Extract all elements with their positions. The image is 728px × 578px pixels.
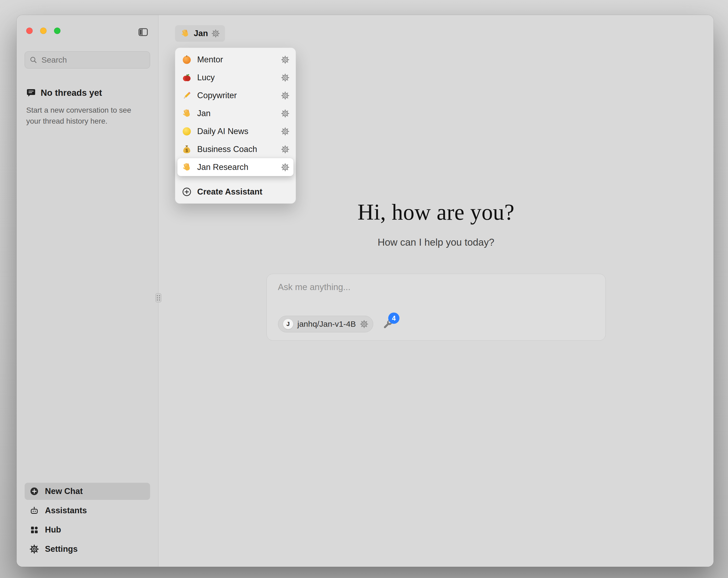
welcome-area: Hi, how are you? How can I help you toda… — [158, 199, 713, 341]
hub-icon — [29, 525, 39, 535]
titlebar — [25, 15, 150, 47]
assistant-settings-icon[interactable] — [281, 56, 289, 64]
sidebar-item-settings[interactable]: Settings — [25, 541, 150, 558]
minimize-button[interactable] — [40, 28, 47, 34]
menu-item-jan[interactable]: Jan — [177, 104, 293, 122]
menu-item-label: Daily AI News — [197, 127, 248, 136]
nav-item-label: New Chat — [45, 486, 83, 496]
sidebar-resize-handle[interactable] — [155, 293, 161, 302]
assistant-settings-icon[interactable] — [281, 92, 289, 100]
wave-hand-icon — [180, 29, 190, 38]
wave-hand-icon — [182, 108, 192, 119]
search-input[interactable] — [25, 51, 150, 69]
menu-item-label: Mentor — [197, 55, 223, 65]
assistant-settings-icon[interactable] — [212, 29, 220, 37]
search-box — [25, 51, 150, 69]
menu-item-label: Copywriter — [197, 91, 237, 100]
tools-button[interactable]: 4 — [382, 320, 393, 330]
traffic-lights — [25, 28, 60, 34]
app-window: No threads yet Start a new conversation … — [17, 15, 713, 567]
model-selector[interactable]: J janhq/Jan-v1-4B — [278, 316, 373, 332]
menu-item-label: Lucy — [197, 73, 214, 82]
assistant-menu: Mentor Lucy — [175, 48, 296, 204]
create-assistant-button[interactable]: Create Assistant — [177, 183, 293, 201]
menu-item-label: Create Assistant — [197, 187, 262, 197]
model-settings-icon[interactable] — [360, 320, 368, 328]
search-icon — [29, 56, 37, 64]
chat-composer: J janhq/Jan-v1-4B 4 — [266, 274, 606, 341]
menu-item-copywriter[interactable]: Copywriter — [177, 86, 293, 104]
svg-text:$: $ — [186, 148, 188, 153]
model-avatar: J — [283, 319, 293, 329]
yellow-circle-icon — [182, 126, 192, 136]
sidebar-nav: New Chat Assistants — [25, 483, 150, 567]
sidebar: No threads yet Start a new conversation … — [17, 15, 158, 567]
close-button[interactable] — [26, 28, 33, 34]
greeting-title: Hi, how are you? — [358, 199, 514, 225]
assistant-settings-icon[interactable] — [281, 127, 289, 135]
zoom-button[interactable] — [54, 28, 60, 34]
assistant-selector-label: Jan — [194, 29, 208, 38]
sidebar-item-hub[interactable]: Hub — [25, 521, 150, 538]
plus-circle-icon — [29, 486, 39, 496]
empty-state-description: Start a new conversation to see your thr… — [26, 105, 144, 127]
settings-gear-icon — [29, 544, 39, 554]
orange-icon — [182, 55, 192, 65]
assistants-icon — [29, 506, 39, 516]
menu-item-label: Business Coach — [197, 145, 257, 154]
menu-item-mentor[interactable]: Mentor — [177, 51, 293, 69]
nav-item-label: Assistants — [45, 506, 87, 516]
nav-item-label: Settings — [45, 544, 78, 554]
chat-input[interactable] — [278, 282, 594, 316]
tools-count-badge: 4 — [388, 312, 399, 324]
menu-item-label: Jan — [197, 109, 211, 118]
wave-hand-icon — [182, 162, 192, 172]
sidebar-item-assistants[interactable]: Assistants — [25, 502, 150, 519]
nav-item-label: Hub — [45, 525, 61, 535]
model-name: janhq/Jan-v1-4B — [297, 320, 356, 329]
threads-empty-state: No threads yet Start a new conversation … — [25, 88, 150, 127]
menu-separator — [179, 179, 292, 180]
empty-state-title: No threads yet — [41, 88, 102, 98]
money-bag-icon: $ — [182, 144, 192, 154]
menu-item-label: Jan Research — [197, 162, 248, 172]
main-header: Jan — [158, 15, 713, 42]
main-area: Jan Mentor — [158, 15, 713, 567]
assistant-settings-icon[interactable] — [281, 145, 289, 153]
menu-item-daily-ai-news[interactable]: Daily AI News — [177, 122, 293, 140]
chat-bubble-icon — [26, 88, 36, 98]
new-chat-button[interactable]: New Chat — [25, 483, 150, 500]
plus-outline-icon — [182, 187, 192, 197]
greeting-subtitle: How can I help you today? — [378, 237, 494, 248]
pencil-icon — [182, 91, 192, 101]
assistant-settings-icon[interactable] — [281, 163, 289, 171]
menu-item-business-coach[interactable]: $ Business Coach — [177, 140, 293, 158]
apple-icon — [182, 73, 192, 83]
menu-item-lucy[interactable]: Lucy — [177, 69, 293, 86]
assistant-settings-icon[interactable] — [281, 109, 289, 118]
assistant-selector[interactable]: Jan — [175, 25, 225, 42]
menu-item-jan-research[interactable]: Jan Research — [177, 158, 293, 176]
sidebar-toggle-icon[interactable] — [138, 27, 149, 36]
composer-toolbar: J janhq/Jan-v1-4B 4 — [278, 316, 594, 332]
assistant-settings-icon[interactable] — [281, 74, 289, 82]
